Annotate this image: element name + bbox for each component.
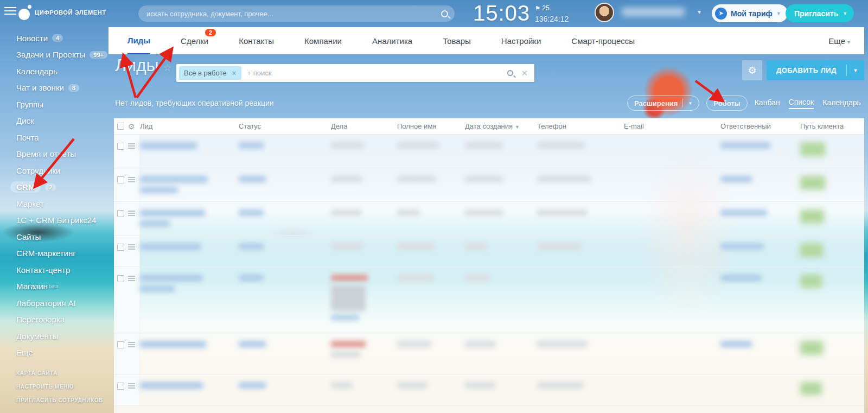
chevron-down-icon: ▼ [843, 11, 847, 16]
menu-burger-icon[interactable] [4, 7, 16, 17]
sidebar-item-календарь[interactable]: Календарь [0, 63, 108, 80]
redacted-content-blob [465, 176, 503, 182]
redacted-content-blob [465, 209, 503, 216]
sidebar-item-сайты[interactable]: Сайты [0, 228, 108, 245]
sidebar-item-label: CRM-маркетинг [16, 249, 76, 258]
table-row[interactable] [114, 135, 864, 168]
tab-контакты[interactable]: Контакты [239, 27, 274, 54]
table-row[interactable] [114, 202, 864, 236]
sidebar-item-crm[interactable]: CRM2 [0, 179, 108, 196]
filter-search-box[interactable]: Все в работе✕ + поиск ✕ [176, 64, 534, 82]
table-row[interactable] [114, 267, 864, 333]
table-cell-redacted [720, 333, 800, 374]
column-header[interactable]: Полное имя [397, 122, 465, 130]
view-settings-gear-button[interactable]: ⚙ [742, 60, 762, 80]
sidebar-item-ещ-[interactable]: Ещё [0, 345, 108, 361]
company-logo[interactable]: ЦИФРОВОЙ ЭЛЕМЕНТ [18, 4, 106, 21]
select-all-checkbox[interactable] [117, 123, 124, 130]
tab-компании[interactable]: Компании [304, 27, 342, 54]
plan-flag[interactable]: ⚑ 25 [535, 4, 550, 12]
sidebar-item-1с-crm-битрикс24[interactable]: 1С + CRM Битрикс24 [0, 212, 108, 229]
row-drag-handle-icon[interactable] [128, 383, 135, 390]
sidebar-item-почта[interactable]: Почта [0, 129, 108, 146]
view-канбан[interactable]: Канбан [755, 98, 780, 109]
row-drag-handle-icon[interactable] [128, 244, 135, 251]
sidebar-item-магазин[interactable]: Магазинbeta [0, 278, 108, 295]
column-settings-gear-icon[interactable]: ⚙ [128, 122, 135, 131]
sidebar-item-новости[interactable]: Новости4 [0, 30, 108, 47]
column-header[interactable]: Путь клиента [800, 122, 864, 130]
filter-search-icon[interactable] [507, 70, 513, 76]
table-row[interactable] [114, 333, 864, 374]
tab-смарт-процессы[interactable]: Смарт-процессы [571, 27, 635, 54]
column-header[interactable]: Телефон [537, 122, 624, 130]
table-row[interactable] [114, 168, 864, 202]
row-checkbox[interactable] [117, 210, 124, 217]
row-checkbox[interactable] [117, 143, 124, 150]
column-header[interactable]: Статус [239, 122, 331, 130]
user-menu-caret-icon[interactable]: ▼ [697, 9, 702, 15]
column-header[interactable]: Дата создания▼ [465, 122, 537, 130]
sidebar-item-диск[interactable]: Диск [0, 113, 108, 130]
global-search[interactable] [138, 5, 455, 22]
search-input[interactable] [146, 10, 441, 18]
row-checkbox[interactable] [117, 244, 124, 251]
sidebar-footer-link[interactable]: КАРТА САЙТА [16, 370, 103, 376]
row-checkbox[interactable] [117, 383, 124, 390]
tab-настройки[interactable]: Настройки [501, 27, 541, 54]
tab-товары[interactable]: Товары [443, 27, 471, 54]
user-avatar[interactable] [595, 3, 614, 22]
sidebar-item-label: Календарь [16, 67, 58, 76]
sidebar-item-переговорка[interactable]: Переговорка [0, 312, 108, 328]
sidebar-item-лаборатория-ai[interactable]: Лаборатория AI [0, 295, 108, 312]
row-drag-handle-icon[interactable] [128, 211, 135, 217]
sidebar-item-чат-и-звонки[interactable]: Чат и звонки8 [0, 80, 108, 97]
table-cell-redacted [239, 135, 331, 168]
my-plan-button[interactable]: ➤ Мой тариф ▼ [712, 4, 788, 22]
tab-more[interactable]: Еще ▾ [828, 36, 850, 46]
sidebar-item-crm-маркетинг[interactable]: CRM-маркетинг [0, 245, 108, 262]
sidebar-item-время-и-отчеты[interactable]: Время и отчеты [0, 146, 108, 163]
table-cell-redacted [397, 135, 465, 168]
table-body [114, 135, 864, 406]
tab-сделки[interactable]: Сделки2 [181, 27, 208, 54]
robots-button[interactable]: Роботы [706, 96, 747, 111]
row-drag-handle-icon[interactable] [128, 342, 135, 348]
extensions-button[interactable]: Расширения ▼ [627, 96, 699, 111]
table-cell-redacted [720, 267, 800, 333]
tab-лиды[interactable]: Лиды [127, 27, 150, 54]
column-header[interactable]: E-mail [624, 122, 720, 130]
add-lead-button[interactable]: ДОБАВИТЬ ЛИД ▼ [767, 60, 864, 80]
filter-clear-icon[interactable]: ✕ [521, 68, 528, 78]
row-checkbox[interactable] [117, 341, 124, 348]
sidebar-item-сотрудники[interactable]: Сотрудники [0, 162, 108, 179]
view-календарь[interactable]: Календарь [822, 98, 861, 109]
table-row[interactable] [114, 236, 864, 267]
filter-search-placeholder[interactable]: + поиск [247, 69, 507, 77]
table-cell-redacted [800, 168, 864, 201]
sidebar-item-группы[interactable]: Группы [0, 96, 108, 113]
favorite-star-icon[interactable]: ☆ [163, 62, 172, 73]
chip-remove-icon[interactable]: ✕ [231, 69, 237, 77]
sidebar-footer-link[interactable]: ПРИГЛАСИТЬ СОТРУДНИКОВ [16, 397, 103, 403]
invite-button[interactable]: Пригласить ▼ [786, 4, 854, 22]
sidebar-item-контакт-центр[interactable]: Контакт-центр [0, 262, 108, 278]
sidebar-item-маркет[interactable]: Маркет [0, 195, 108, 212]
column-header[interactable]: Дела [331, 122, 397, 130]
column-header[interactable]: Ответственный [720, 122, 800, 130]
sidebar-item-задачи-и-проекты[interactable]: Задачи и Проекты99+ [0, 47, 108, 63]
worktime-clock[interactable]: 15:03 [473, 1, 530, 26]
sidebar-footer-link[interactable]: НАСТРОИТЬ МЕНЮ [16, 384, 103, 390]
tab-аналитика[interactable]: Аналитика [372, 27, 412, 54]
row-checkbox[interactable] [117, 176, 124, 183]
sidebar-item-документы[interactable]: Документы [0, 328, 108, 345]
sidebar-item-label: Контакт-центр [16, 265, 70, 275]
row-drag-handle-icon[interactable] [128, 177, 135, 183]
row-drag-handle-icon[interactable] [128, 143, 135, 150]
filter-chip[interactable]: Все в работе✕ [179, 66, 241, 80]
table-row[interactable] [114, 374, 864, 406]
view-список[interactable]: Список [789, 98, 814, 109]
row-checkbox[interactable] [117, 275, 124, 282]
column-header[interactable]: Лид [140, 122, 239, 130]
row-drag-handle-icon[interactable] [128, 276, 135, 282]
